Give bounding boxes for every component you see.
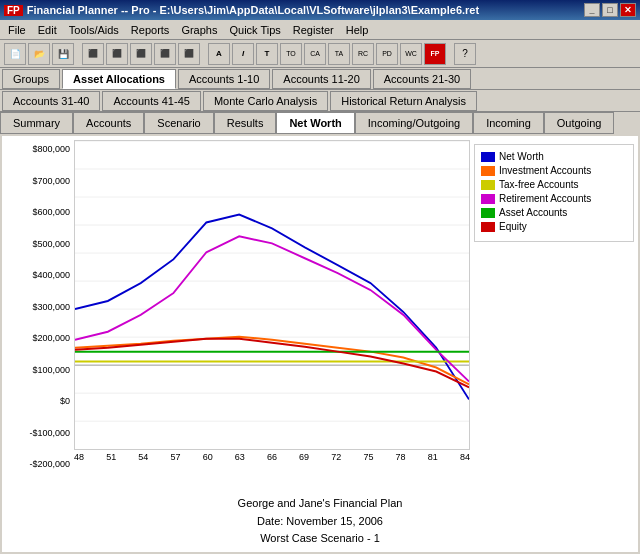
menu-help[interactable]: Help: [340, 22, 375, 38]
subtab-summary[interactable]: Summary: [0, 112, 73, 134]
x-label-63: 63: [235, 452, 245, 462]
x-label-66: 66: [267, 452, 277, 462]
x-label-51: 51: [106, 452, 116, 462]
chart-svg: [74, 140, 470, 450]
legend-retirement: Retirement Accounts: [481, 193, 627, 204]
menu-tools[interactable]: Tools/Aids: [63, 22, 125, 38]
toolbar-btn1[interactable]: ⬛: [82, 43, 104, 65]
menu-bar: File Edit Tools/Aids Reports Graphs Quic…: [0, 20, 640, 40]
toolbar-help[interactable]: ?: [454, 43, 476, 65]
tab-accounts-41-45[interactable]: Accounts 41-45: [102, 91, 200, 111]
legend-taxfree: Tax-free Accounts: [481, 179, 627, 190]
subtab-incoming-outgoing[interactable]: Incoming/Outgoing: [355, 112, 473, 134]
minimize-button[interactable]: _: [584, 3, 600, 17]
legend-retirement-label: Retirement Accounts: [499, 193, 591, 204]
chart-with-yaxis: $800,000 $700,000 $600,000 $500,000 $400…: [6, 140, 470, 487]
y-label-200k: $200,000: [6, 333, 70, 343]
toolbar-new[interactable]: 📄: [4, 43, 26, 65]
toolbar-btn14[interactable]: WC: [400, 43, 422, 65]
x-label-60: 60: [203, 452, 213, 462]
chart-legend: Net Worth Investment Accounts Tax-free A…: [474, 144, 634, 242]
subtab-outgoing[interactable]: Outgoing: [544, 112, 615, 134]
tab-groups[interactable]: Groups: [2, 69, 60, 89]
toolbar-btn7[interactable]: I: [232, 43, 254, 65]
tab-monte-carlo[interactable]: Monte Carlo Analysis: [203, 91, 328, 111]
footer-line2: Date: November 15, 2006: [6, 513, 634, 531]
y-axis-labels: $800,000 $700,000 $600,000 $500,000 $400…: [6, 140, 74, 487]
close-button[interactable]: ✕: [620, 3, 636, 17]
toolbar-btn2[interactable]: ⬛: [106, 43, 128, 65]
toolbar-open[interactable]: 📂: [28, 43, 50, 65]
x-label-48: 48: [74, 452, 84, 462]
sub-tab-row: Summary Accounts Scenario Results Net Wo…: [0, 112, 640, 134]
y-label-neg200k: -$200,000: [6, 459, 70, 469]
chart-area: $800,000 $700,000 $600,000 $500,000 $400…: [2, 136, 638, 552]
legend-networth-color: [481, 152, 495, 162]
window-controls[interactable]: _ □ ✕: [584, 3, 636, 17]
equity-line: [75, 339, 469, 388]
legend-equity: Equity: [481, 221, 627, 232]
subtab-results[interactable]: Results: [214, 112, 277, 134]
chart-svg-container: 48 51 54 57 60 63 66 69 72 75 78 81 84: [74, 140, 470, 487]
toolbar-btn10[interactable]: CA: [304, 43, 326, 65]
y-label-700k: $700,000: [6, 176, 70, 186]
x-label-84: 84: [460, 452, 470, 462]
chart-footer: George and Jane's Financial Plan Date: N…: [2, 491, 638, 552]
menu-register[interactable]: Register: [287, 22, 340, 38]
toolbar-btn13[interactable]: PD: [376, 43, 398, 65]
tab-accounts-1-10[interactable]: Accounts 1-10: [178, 69, 270, 89]
x-label-57: 57: [170, 452, 180, 462]
main-window: File Edit Tools/Aids Reports Graphs Quic…: [0, 20, 640, 554]
legend-equity-label: Equity: [499, 221, 527, 232]
footer-line3: Worst Case Scenario - 1: [6, 530, 634, 548]
chart-inner: $800,000 $700,000 $600,000 $500,000 $400…: [2, 136, 638, 491]
toolbar-btn8[interactable]: T: [256, 43, 278, 65]
legend-networth: Net Worth: [481, 151, 627, 162]
x-label-81: 81: [428, 452, 438, 462]
tab-historical-return[interactable]: Historical Return Analysis: [330, 91, 477, 111]
networth-line: [75, 215, 469, 400]
tab-accounts-31-40[interactable]: Accounts 31-40: [2, 91, 100, 111]
maximize-button[interactable]: □: [602, 3, 618, 17]
toolbar-btn3[interactable]: ⬛: [130, 43, 152, 65]
toolbar-btn6[interactable]: A: [208, 43, 230, 65]
window-title: Financial Planner -- Pro - E:\Users\Jim\…: [27, 4, 479, 16]
toolbar-btn11[interactable]: TA: [328, 43, 350, 65]
legend-taxfree-label: Tax-free Accounts: [499, 179, 578, 190]
y-label-300k: $300,000: [6, 302, 70, 312]
legend-retirement-color: [481, 194, 495, 204]
subtab-accounts[interactable]: Accounts: [73, 112, 144, 134]
legend-networth-label: Net Worth: [499, 151, 544, 162]
menu-edit[interactable]: Edit: [32, 22, 63, 38]
legend-taxfree-color: [481, 180, 495, 190]
menu-quicktips[interactable]: Quick Tips: [223, 22, 286, 38]
legend-investment-label: Investment Accounts: [499, 165, 591, 176]
subtab-scenario[interactable]: Scenario: [144, 112, 213, 134]
legend-investment-color: [481, 166, 495, 176]
toolbar-btn15[interactable]: FP: [424, 43, 446, 65]
y-label-0: $0: [6, 396, 70, 406]
y-label-neg100k: -$100,000: [6, 428, 70, 438]
menu-reports[interactable]: Reports: [125, 22, 176, 38]
toolbar-btn5[interactable]: ⬛: [178, 43, 200, 65]
x-label-78: 78: [396, 452, 406, 462]
tab-accounts-11-20[interactable]: Accounts 11-20: [272, 69, 370, 89]
toolbar-btn9[interactable]: TO: [280, 43, 302, 65]
toolbar: 📄 📂 💾 ⬛ ⬛ ⬛ ⬛ ⬛ A I T TO CA TA RC PD WC …: [0, 40, 640, 68]
menu-graphs[interactable]: Graphs: [175, 22, 223, 38]
app-icon: FP: [4, 5, 23, 16]
title-left: FP Financial Planner -- Pro - E:\Users\J…: [4, 4, 479, 16]
tab-asset-allocations[interactable]: Asset Allocations: [62, 69, 176, 89]
toolbar-save[interactable]: 💾: [52, 43, 74, 65]
toolbar-btn12[interactable]: RC: [352, 43, 374, 65]
y-label-100k: $100,000: [6, 365, 70, 375]
x-label-72: 72: [331, 452, 341, 462]
subtab-net-worth[interactable]: Net Worth: [276, 112, 354, 134]
subtab-incoming[interactable]: Incoming: [473, 112, 544, 134]
tab-accounts-21-30[interactable]: Accounts 21-30: [373, 69, 471, 89]
legend-investment: Investment Accounts: [481, 165, 627, 176]
menu-file[interactable]: File: [2, 22, 32, 38]
nav-row-2: Accounts 31-40 Accounts 41-45 Monte Carl…: [0, 90, 640, 112]
toolbar-btn4[interactable]: ⬛: [154, 43, 176, 65]
x-label-75: 75: [363, 452, 373, 462]
